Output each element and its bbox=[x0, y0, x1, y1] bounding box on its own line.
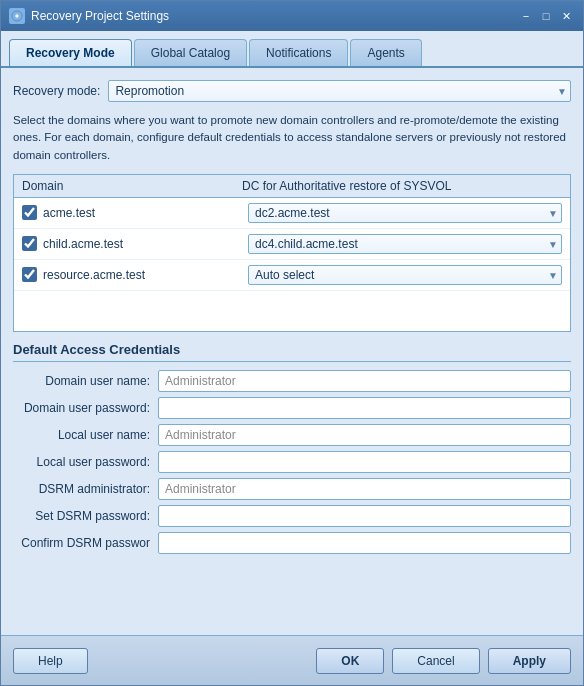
minimize-button[interactable]: − bbox=[517, 7, 535, 25]
recovery-mode-row: Recovery mode: Repromotion Restore Failo… bbox=[13, 80, 571, 102]
domain-name-child: child.acme.test bbox=[43, 237, 248, 251]
domain-name-resource: resource.acme.test bbox=[43, 268, 248, 282]
field-row-domain-password: Domain user password: bbox=[13, 397, 571, 419]
title-bar: Recovery Project Settings − □ ✕ bbox=[1, 1, 583, 31]
main-window: Recovery Project Settings − □ ✕ Recovery… bbox=[0, 0, 584, 686]
domain-checkbox-resource[interactable] bbox=[22, 267, 37, 282]
field-row-local-password: Local user password: bbox=[13, 451, 571, 473]
window-title: Recovery Project Settings bbox=[31, 9, 169, 23]
recovery-mode-dropdown[interactable]: Repromotion Restore Failover bbox=[108, 80, 571, 102]
help-button[interactable]: Help bbox=[13, 648, 88, 674]
dc-dropdown-container-acme: dc2.acme.test ▼ bbox=[248, 203, 562, 223]
bottom-bar: Help OK Cancel Apply bbox=[1, 635, 583, 685]
window-icon bbox=[9, 8, 25, 24]
field-label-local-password: Local user password: bbox=[13, 455, 158, 469]
table-row: resource.acme.test Auto select ▼ bbox=[14, 260, 570, 291]
field-row-dsrm-password: Set DSRM password: bbox=[13, 505, 571, 527]
right-buttons: OK Cancel Apply bbox=[316, 648, 571, 674]
tab-agents[interactable]: Agents bbox=[350, 39, 421, 66]
col-dc-header: DC for Authoritative restore of SYSVOL bbox=[242, 179, 562, 193]
recovery-mode-label: Recovery mode: bbox=[13, 84, 100, 98]
credentials-title: Default Access Credentials bbox=[13, 342, 571, 362]
tab-recovery-mode[interactable]: Recovery Mode bbox=[9, 39, 132, 66]
field-label-domain-password: Domain user password: bbox=[13, 401, 158, 415]
tab-bar: Recovery Mode Global Catalog Notificatio… bbox=[1, 31, 583, 66]
ok-button[interactable]: OK bbox=[316, 648, 384, 674]
dc-dropdown-container-child: dc4.child.acme.test ▼ bbox=[248, 234, 562, 254]
tab-global-catalog[interactable]: Global Catalog bbox=[134, 39, 247, 66]
cancel-button[interactable]: Cancel bbox=[392, 648, 479, 674]
description-text: Select the domains where you want to pro… bbox=[13, 112, 571, 164]
credentials-section: Default Access Credentials Domain user n… bbox=[13, 342, 571, 559]
dsrm-admin-input[interactable] bbox=[158, 478, 571, 500]
field-label-dsrm-password: Set DSRM password: bbox=[13, 509, 158, 523]
field-label-dsrm-confirm: Confirm DSRM passwor bbox=[13, 536, 158, 550]
domain-table: Domain DC for Authoritative restore of S… bbox=[13, 174, 571, 332]
table-row: acme.test dc2.acme.test ▼ bbox=[14, 198, 570, 229]
domain-checkbox-child[interactable] bbox=[22, 236, 37, 251]
domain-username-input[interactable] bbox=[158, 370, 571, 392]
col-domain-header: Domain bbox=[22, 179, 242, 193]
field-row-local-username: Local user name: bbox=[13, 424, 571, 446]
local-username-input[interactable] bbox=[158, 424, 571, 446]
dc-dropdown-child[interactable]: dc4.child.acme.test bbox=[248, 234, 562, 254]
field-label-dsrm-admin: DSRM administrator: bbox=[13, 482, 158, 496]
dsrm-password-input[interactable] bbox=[158, 505, 571, 527]
local-password-input[interactable] bbox=[158, 451, 571, 473]
table-row: child.acme.test dc4.child.acme.test ▼ bbox=[14, 229, 570, 260]
content-area: Recovery Mode Global Catalog Notificatio… bbox=[1, 31, 583, 635]
tab-content-recovery-mode: Recovery mode: Repromotion Restore Failo… bbox=[1, 66, 583, 635]
title-buttons: − □ ✕ bbox=[517, 7, 575, 25]
tab-notifications[interactable]: Notifications bbox=[249, 39, 348, 66]
close-button[interactable]: ✕ bbox=[557, 7, 575, 25]
domain-name-acme: acme.test bbox=[43, 206, 248, 220]
field-label-local-username: Local user name: bbox=[13, 428, 158, 442]
domain-checkbox-acme[interactable] bbox=[22, 205, 37, 220]
field-row-dsrm-confirm: Confirm DSRM passwor bbox=[13, 532, 571, 554]
dsrm-confirm-input[interactable] bbox=[158, 532, 571, 554]
dc-dropdown-acme[interactable]: dc2.acme.test bbox=[248, 203, 562, 223]
dc-dropdown-resource[interactable]: Auto select bbox=[248, 265, 562, 285]
apply-button[interactable]: Apply bbox=[488, 648, 571, 674]
domain-password-input[interactable] bbox=[158, 397, 571, 419]
maximize-button[interactable]: □ bbox=[537, 7, 555, 25]
dc-dropdown-container-resource: Auto select ▼ bbox=[248, 265, 562, 285]
field-row-domain-username: Domain user name: bbox=[13, 370, 571, 392]
field-row-dsrm-admin: DSRM administrator: bbox=[13, 478, 571, 500]
recovery-mode-dropdown-container: Repromotion Restore Failover ▼ bbox=[108, 80, 571, 102]
field-label-domain-username: Domain user name: bbox=[13, 374, 158, 388]
table-empty-space bbox=[14, 291, 570, 331]
domain-table-header: Domain DC for Authoritative restore of S… bbox=[14, 175, 570, 198]
title-bar-left: Recovery Project Settings bbox=[9, 8, 169, 24]
